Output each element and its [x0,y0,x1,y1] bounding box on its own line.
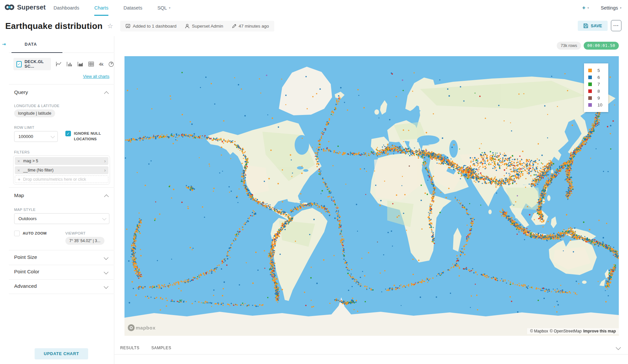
auto-zoom-label: AUTO ZOOM [23,231,47,236]
point-size-section[interactable]: Point Size [9,250,114,265]
legend-item[interactable]: 8 [588,88,602,95]
viewport-value-pill[interactable]: 7° 35' 54.02" | 3... [65,237,104,245]
pencil-icon [232,24,236,28]
favorite-star-icon[interactable]: ☆ [107,22,113,30]
legend-item[interactable]: 6 [588,74,602,81]
deckgl-map[interactable]: 5 6 7 8 9 10 mapbox © Mapbox © OpenStree… [124,56,619,336]
line-chart-icon[interactable] [56,61,62,67]
legend-item[interactable]: 7 [588,81,602,88]
more-chart-types-count[interactable]: 4k [99,62,103,67]
legend-item[interactable]: 9 [588,95,602,102]
chevron-up-icon[interactable] [104,194,109,199]
panel-tabbar: DATA [9,36,114,53]
expand-filter-icon[interactable]: › [104,158,106,164]
user-icon [185,24,190,29]
nav-item-charts[interactable]: Charts [94,0,108,16]
query-timer-badge[interactable]: 00:00:01.50 [584,42,619,50]
tab-samples[interactable]: SAMPLES [151,346,171,350]
advanced-section[interactable]: Advanced [9,279,114,294]
legend-swatch [588,96,592,100]
settings-menu[interactable]: Settings▾ [601,5,621,11]
legend-swatch [588,76,592,79]
results-tabsbar: RESULTS SAMPLES [114,342,628,354]
nav-right: +▾ Settings▾ [582,0,621,16]
save-button[interactable]: SAVE [578,21,608,31]
query-section-title[interactable]: Query [14,89,28,95]
dashboard-board-icon [125,24,130,29]
drop-columns-target[interactable]: + Drop columns/metrics here or click [15,175,108,183]
lonlat-value-pill[interactable]: longitude | latitude [14,109,55,117]
header-actions: SAVE ··· [578,20,621,31]
new-item-menu[interactable]: +▾ [582,5,589,11]
filter-item[interactable]: × __time (No filter) › [15,166,108,174]
nav-item-datasets[interactable]: Datasets [123,0,142,16]
caret-down-icon: ▾ [588,6,589,10]
mapbox-logo[interactable]: mapbox [128,324,156,331]
row-count-badge[interactable]: 73k rows [557,42,581,50]
row-limit-select[interactable]: 100000 [14,131,58,142]
pie-chart-icon[interactable] [108,61,114,67]
checkbox-checked-icon: ✓ [16,61,22,67]
legend-item[interactable]: 10 [588,102,602,108]
view-all-charts-link[interactable]: View all charts [83,74,109,79]
lonlat-label: LONGITUDE & LATITUDE [14,104,59,108]
update-chart-button[interactable]: UPDATE CHART [34,348,88,359]
nav-items: Dashboards Charts Datasets SQL▾ [54,0,170,16]
brand[interactable]: Superset [5,3,46,11]
tab-data[interactable]: DATA [25,42,37,47]
filter-label: __time (No filter) [23,168,104,172]
viz-type-row: ✓ DECK.GL SC... [13,58,114,70]
table-icon[interactable] [88,61,94,67]
auto-zoom-group: AUTO ZOOM [14,231,47,236]
query-badges: 73k rows 00:00:01.50 [557,42,619,50]
nav-item-dashboards[interactable]: Dashboards [54,0,79,16]
owner-meta[interactable]: Superset Admin [185,24,223,29]
ignore-null-checkbox[interactable]: ✓ [65,131,71,136]
expand-filter-icon[interactable]: › [104,168,106,173]
magnitude-legend[interactable]: 5 6 7 8 9 10 [584,63,608,112]
superset-logo-icon [5,3,14,11]
caret-down-icon: ▾ [620,6,621,10]
ignore-null-label: IGNORE NULL LOCATIONS [74,131,107,142]
filters-box: × mag > 5 › × __time (No filter) › + Dro… [13,155,110,185]
nav-item-sql[interactable]: SQL▾ [157,0,170,16]
viz-type-selected[interactable]: ✓ DECK.GL SC... [13,58,51,70]
chevron-down-icon [51,134,55,138]
remove-filter-icon[interactable]: × [17,159,20,164]
point-color-section[interactable]: Point Color [9,265,114,280]
data-panel: DATA ✓ DECK.GL SC... [9,36,114,364]
chevron-down-icon [104,270,108,274]
page-title: Earthquake distribution [5,21,102,31]
legend-swatch [588,103,592,107]
tab-results[interactable]: RESULTS [120,346,140,350]
save-icon [583,23,588,28]
filters-label: FILTERS [14,150,30,154]
bar-chart-icon[interactable] [67,61,73,67]
collapse-panel-icon[interactable]: ⇥ [2,41,6,47]
caret-down-icon: ▾ [169,6,170,10]
collapse-results-icon[interactable] [616,345,621,350]
legend-swatch [588,89,592,93]
map-style-select[interactable]: Outdoors [14,213,109,224]
last-modified-meta[interactable]: 47 minutes ago [232,24,269,29]
auto-zoom-checkbox[interactable] [14,231,20,236]
plus-icon: + [18,177,20,182]
improve-map-link[interactable]: Improve this map [583,329,616,333]
chevron-up-icon[interactable] [104,91,109,96]
ignore-null-group: ✓ IGNORE NULL LOCATIONS [65,131,111,142]
legend-swatch [588,69,592,72]
remove-filter-icon[interactable]: × [17,168,20,173]
filter-item[interactable]: × mag > 5 › [15,157,108,165]
earthquake-points-layer [124,56,619,336]
divider [9,187,114,188]
viewport-label: VIEWPORT [65,231,86,235]
viz-type-label: DECK.GL SC... [25,59,48,69]
mapbox-attribution-link[interactable]: © Mapbox [530,329,548,333]
legend-swatch [588,82,592,86]
dashboards-meta[interactable]: Added to 1 dashboard [125,24,176,29]
legend-item[interactable]: 5 [588,67,602,74]
more-actions-button[interactable]: ··· [611,20,621,31]
area-chart-icon[interactable] [78,61,83,67]
map-section-title[interactable]: Map [14,193,24,198]
osm-attribution-link[interactable]: © OpenStreetMap [550,329,582,333]
